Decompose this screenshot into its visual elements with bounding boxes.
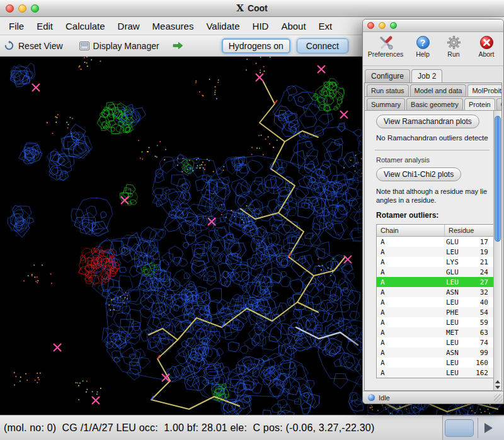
abort-button[interactable]: Abort (472, 35, 500, 58)
menu-draw[interactable]: Draw (112, 17, 146, 35)
rotamer-note-line1: Note that although a residue may lie (376, 187, 493, 196)
window-title: XCoot (0, 0, 504, 17)
tab-configure[interactable]: Configure (365, 69, 410, 82)
table-row[interactable]: ALEU162 (377, 368, 493, 378)
dialog-statusbar: Idle (363, 391, 503, 403)
scrollbar-thumb[interactable] (445, 419, 474, 437)
run-label: Run (447, 50, 459, 58)
table-row[interactable]: ALEU74 (377, 337, 493, 347)
go-arrow-icon[interactable] (172, 42, 184, 50)
help-icon: ? (416, 35, 430, 50)
table-body: AGLU17ALEU19ALYS21AGLU24ALEU27AASN32ALEU… (377, 237, 493, 378)
column-header-chain[interactable]: Chain (377, 225, 445, 237)
status-text: (mol. no: 0) CG /1/A/27 LEU occ: 1.00 bf… (4, 422, 374, 433)
table-row[interactable]: AGLU17 (377, 237, 493, 247)
preferences-label: Preferences (368, 50, 404, 58)
table-row[interactable]: ALEU19 (377, 247, 493, 257)
dialog-scrollbar[interactable] (493, 111, 501, 390)
help-label: Help (416, 50, 430, 58)
rotamer-section-title: Rotamer analysis (376, 156, 493, 164)
x11-icon: X (236, 3, 244, 14)
result-tabs: Run status Model and data MolProbit (365, 83, 501, 97)
tab-basic-geometry[interactable]: Basic geometry (406, 98, 463, 110)
tab-molprobity[interactable]: MolProbit (467, 84, 501, 96)
view-ramachandran-button[interactable]: View Ramachandran plots (376, 115, 479, 128)
rotamer-outliers-label: Rotamer outliers: (376, 211, 493, 220)
dialog-minimize-button[interactable] (379, 22, 386, 29)
titlebar[interactable]: XCoot (0, 0, 504, 17)
console-scrollbar[interactable] (442, 415, 504, 440)
reset-view-button[interactable]: Reset View (18, 41, 63, 51)
separator (375, 150, 490, 150)
tab-c[interactable]: C (496, 98, 501, 110)
table-row[interactable]: ALEU27 (377, 277, 493, 287)
tab-job-2[interactable]: Job 2 (411, 69, 442, 82)
table-row[interactable]: AMET63 (377, 327, 493, 337)
scrollbar-thumb[interactable] (495, 116, 501, 242)
rotamer-note: Note that although a residue may lie ang… (376, 187, 493, 205)
job-notebook: Run status Model and data MolProbit Summ… (364, 82, 502, 391)
reset-view-icon (4, 40, 14, 51)
dialog-toolbar: Preferences ? Help (363, 32, 503, 66)
menu-extensions[interactable]: Ext (312, 17, 339, 35)
validation-dialog: Preferences ? Help (362, 19, 504, 404)
menu-file[interactable]: File (3, 17, 30, 35)
column-header-residue[interactable]: Residue (445, 225, 493, 237)
scroll-up-icon[interactable] (495, 380, 500, 383)
dialog-close-button[interactable] (367, 22, 374, 29)
connect-button[interactable]: Connect (297, 38, 348, 54)
ramachandran-result: No Ramachandran outliers detecte (376, 134, 493, 142)
run-gear-icon (447, 35, 461, 50)
table-row[interactable]: ALEU40 (377, 297, 493, 307)
menu-edit[interactable]: Edit (30, 17, 59, 35)
status-sphere-icon (368, 394, 375, 401)
table-row[interactable]: AASN99 (377, 347, 493, 358)
menu-hid[interactable]: HID (246, 17, 275, 35)
scroll-right-icon[interactable] (484, 423, 493, 433)
scrollbar-arrows (494, 380, 501, 389)
table-header: Chain Residue (377, 225, 493, 237)
tab-protein[interactable]: Protein (464, 98, 495, 110)
table-row[interactable]: AASN32 (377, 287, 493, 297)
hydrogens-toggle[interactable]: Hydrogens on (222, 38, 290, 54)
tab-summary[interactable]: Summary (367, 98, 405, 110)
molprobity-tabs: Summary Basic geometry Protein C (365, 97, 501, 111)
preferences-button[interactable]: Preferences (365, 35, 406, 58)
menu-about[interactable]: About (275, 17, 312, 35)
scroll-down-icon[interactable] (495, 386, 500, 389)
table-row[interactable]: APHE54 (377, 307, 493, 317)
dialog-status-text: Idle (379, 394, 390, 402)
dialog-titlebar[interactable] (363, 20, 503, 32)
window-title-text: Coot (248, 3, 268, 13)
table-row[interactable]: ALYS21 (377, 257, 493, 267)
abort-icon (479, 35, 494, 50)
dialog-zoom-button[interactable] (390, 22, 397, 29)
rotamer-note-line2: angles in a residue. (376, 196, 493, 205)
menu-calculate[interactable]: Calculate (59, 17, 112, 35)
coot-application: XCoot File Edit Calculate Draw Measures … (0, 0, 504, 440)
table-row[interactable]: ALEU59 (377, 317, 493, 327)
divider (478, 418, 478, 438)
menu-validate[interactable]: Validate (200, 17, 246, 35)
display-manager-icon (79, 42, 89, 50)
abort-label: Abort (478, 50, 494, 58)
preferences-icon (378, 35, 393, 50)
help-button[interactable]: ? Help (411, 35, 435, 58)
statusbar: (mol. no: 0) CG /1/A/27 LEU occ: 1.00 bf… (0, 415, 504, 440)
rotamer-outliers-table: Chain Residue AGLU17ALEU19ALYS21AGLU24AL… (376, 224, 493, 378)
run-button[interactable]: Run (440, 35, 467, 58)
tab-model-and-data[interactable]: Model and data (410, 84, 467, 96)
menu-measures[interactable]: Measures (146, 17, 200, 35)
view-chi-plots-button[interactable]: View Chi1-Chi2 plots (376, 167, 461, 181)
display-manager-button[interactable]: Display Manager (93, 41, 159, 51)
table-row[interactable]: AGLU24 (377, 267, 493, 277)
tab-run-status[interactable]: Run status (367, 84, 409, 96)
job-tabs: Configure Job 2 (363, 66, 503, 82)
resize-grip[interactable] (494, 394, 503, 403)
table-row[interactable]: ALEU160 (377, 358, 493, 368)
protein-validation-panel: View Ramachandran plots No Ramachandran … (365, 111, 493, 390)
